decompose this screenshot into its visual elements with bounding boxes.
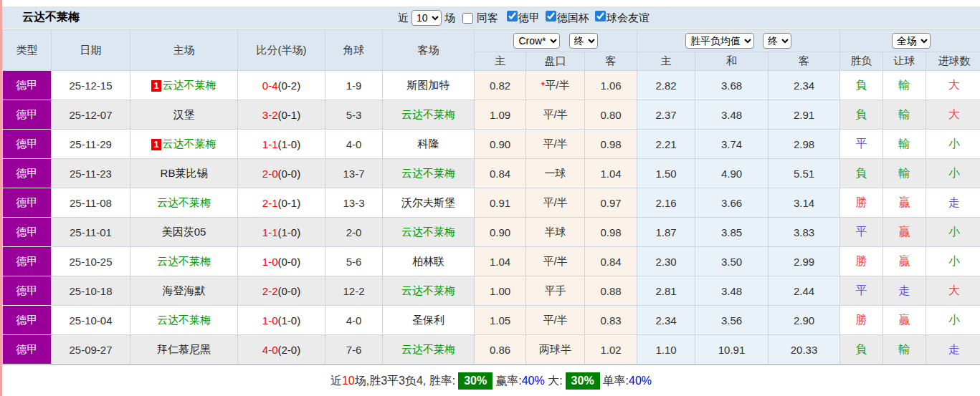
average-type-select[interactable]: 胜平负均值 — [685, 33, 754, 49]
league-badge: 德甲 — [3, 247, 52, 276]
league-badge: 德甲 — [3, 71, 52, 100]
average-away-odds: 3.83 — [769, 218, 840, 247]
score-cell: 0-4(0-2) — [238, 71, 325, 100]
goals-result-cell: 小 — [926, 218, 980, 247]
corner-count: 5-3 — [325, 100, 383, 130]
league-badge: 德甲 — [3, 188, 52, 218]
halftime-score: (1-0) — [278, 226, 301, 238]
average-draw-odds: 3.56 — [695, 306, 769, 335]
handicap-home-odds: 1.09 — [475, 100, 526, 130]
fulltime-score: 1-0 — [262, 314, 278, 327]
wdl-result: 平 — [856, 137, 867, 150]
goals-result: 大 — [948, 108, 960, 120]
handicap-away-odds: 1.06 — [585, 71, 637, 100]
wdl-result: 勝 — [856, 314, 867, 326]
handicap-result: 輸 — [899, 343, 910, 355]
subheader-ah-home: 主 — [475, 52, 526, 71]
away-team-name: 科隆 — [418, 137, 439, 150]
handicap-group-header: Crow* 终 — [475, 30, 637, 52]
handicap-line: 一球 — [545, 167, 566, 179]
halftime-score: (1-0) — [278, 138, 301, 150]
corner-count: 7-6 — [325, 335, 383, 364]
wdl-result-cell: 負 — [840, 71, 883, 100]
home-team-name: 云达不莱梅 — [163, 137, 217, 150]
match-date: 25-11-23 — [52, 159, 130, 188]
wdl-result-cell: 勝 — [840, 188, 883, 218]
average-away-odds: 5.51 — [769, 159, 840, 188]
subheader-avg-home: 主 — [637, 52, 695, 71]
handicap-line: 平/半 — [543, 255, 567, 267]
scope-select[interactable]: 全场 — [892, 33, 931, 49]
table-row: 德甲 25-10-04 云达不莱梅 1-0(1-0) 4-0 圣保利 1.05 … — [3, 306, 980, 335]
average-home-odds: 2.81 — [637, 276, 695, 306]
handicap-line-cell: 平/半 — [526, 130, 585, 159]
score-cell: 1-1(1-0) — [238, 218, 325, 247]
odds-state-select[interactable]: 终 — [569, 33, 598, 49]
average-state-select[interactable]: 终 — [763, 33, 791, 49]
match-date: 25-09-27 — [52, 335, 130, 364]
league-checkbox-0[interactable] — [507, 11, 518, 21]
goals-result: 大 — [948, 284, 960, 296]
recent-label: 近 — [398, 11, 409, 25]
league-badge: 德甲 — [3, 218, 52, 247]
table-row: 德甲 25-10-25 云达不莱梅 1-0(0-0) 5-6 柏林联 1.04 … — [3, 247, 980, 276]
subheader-avg-away: 客 — [769, 52, 840, 71]
wdl-result-cell: 負 — [840, 100, 883, 130]
odds-company-select[interactable]: Crow* — [513, 33, 560, 49]
fulltime-score: 2-2 — [262, 285, 278, 297]
handicap-line-cell: 两球半 — [526, 335, 585, 364]
away-team-cell: 斯图加特 — [383, 71, 475, 100]
league-checkbox-2[interactable] — [595, 11, 606, 21]
league-badge: 德甲 — [3, 335, 52, 364]
average-home-odds: 2.34 — [637, 306, 695, 335]
goals-result-cell: 小 — [926, 247, 980, 276]
corner-count: 12-2 — [325, 276, 383, 306]
filter-controls: 近 10 场 同客 德甲德国杯球会友谊 — [398, 6, 651, 29]
score-cell: 3-2(0-1) — [238, 100, 325, 130]
handicap-line-cell: 平/半 — [526, 100, 585, 130]
handicap-result: 走 — [899, 284, 910, 296]
home-team-cell: 汉堡 — [130, 100, 238, 130]
wdl-result-cell: 勝 — [840, 306, 883, 335]
table-row: 德甲 25-11-29 1云达不莱梅 1-1(1-0) 4-0 科隆 0.90 … — [3, 130, 980, 159]
handicap-away-odds: 0.80 — [585, 100, 637, 130]
handicap-result: 輸 — [899, 108, 910, 120]
table-row: 德甲 25-12-07 汉堡 3-2(0-1) 5-3 云达不莱梅 1.09 平… — [3, 100, 980, 130]
score-cell: 4-0(2-0) — [238, 335, 325, 364]
score-cell: 2-1(0-1) — [238, 188, 325, 218]
goals-result-cell: 小 — [926, 130, 980, 159]
handicap-result: 贏 — [899, 314, 910, 326]
same-away-checkbox[interactable] — [462, 13, 473, 24]
home-team-name: 拜仁慕尼黑 — [157, 343, 211, 355]
league-checkbox-1[interactable] — [546, 11, 556, 21]
average-draw-odds: 4.90 — [695, 159, 769, 188]
halftime-score: (1-0) — [278, 314, 301, 327]
handicap-result: 贏 — [899, 255, 910, 267]
home-team-name: 美因茨05 — [162, 226, 206, 238]
average-draw-odds: 3.48 — [695, 100, 769, 130]
away-team-name: 圣保利 — [412, 314, 444, 326]
wdl-result: 勝 — [856, 196, 867, 208]
table-row: 德甲 25-09-27 拜仁慕尼黑 4-0(2-0) 7-6 云达不莱梅 0.8… — [3, 335, 980, 364]
away-team-name: 云达不莱梅 — [401, 284, 455, 296]
fulltime-score: 1-1 — [262, 226, 278, 238]
goals-result-cell: 大 — [926, 276, 980, 306]
subheader-result-wdl: 胜负 — [840, 52, 883, 71]
handicap-away-odds: 1.02 — [585, 335, 637, 364]
handicap-line: 平/半 — [545, 79, 569, 91]
wdl-result: 平 — [856, 284, 867, 296]
handicap-line-cell: *平/半 — [526, 71, 585, 100]
subheader-avg-draw: 和 — [695, 52, 769, 71]
footer-segment: 近 — [330, 375, 342, 387]
recent-count-select[interactable]: 10 — [411, 10, 442, 26]
handicap-result-cell: 贏 — [883, 218, 926, 247]
handicap-home-odds: 0.82 — [475, 71, 526, 100]
handicap-result-cell: 輸 — [883, 335, 926, 364]
league-checkbox-label-1: 德国杯 — [557, 11, 589, 24]
average-home-odds: 2.16 — [637, 188, 695, 218]
average-home-odds: 2.37 — [637, 100, 695, 130]
average-away-odds: 20.33 — [769, 335, 840, 364]
handicap-line-cell: 平/半 — [526, 188, 585, 218]
table-row: 德甲 25-10-18 海登海默 2-2(0-0) 12-2 云达不莱梅 1.0… — [3, 276, 980, 306]
handicap-result: 輸 — [899, 167, 910, 179]
